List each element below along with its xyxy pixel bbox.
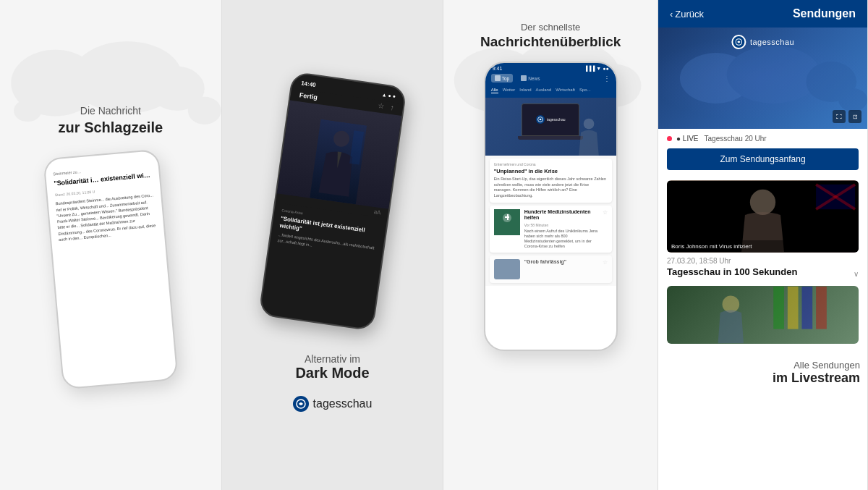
- news-card-1[interactable]: Unternehmen und Corona "Unplanned" in di…: [490, 159, 612, 203]
- panel4-bottom: Alle Sendungen im Livestream: [658, 352, 867, 389]
- bookmark-icon-3[interactable]: ☆: [603, 259, 608, 266]
- svg-rect-30: [788, 287, 799, 329]
- panel4-header: ‹ Zurück Sendungen: [658, 0, 867, 28]
- panel-news: Der schnellste Nachrichtenüberblick 9:41…: [443, 0, 658, 490]
- filter-wetter[interactable]: Wetter: [503, 88, 516, 93]
- thumb-controls: ⛶ ⊡: [833, 110, 861, 123]
- svg-rect-17: [507, 214, 509, 220]
- text-size-icon: aA: [373, 208, 381, 216]
- bookmark-icon: ☆: [378, 102, 385, 111]
- article-body: Bundespräsident Steinme... die Ausbreitu…: [55, 193, 157, 242]
- panel1-caption-main: zur Schlagzeile: [59, 119, 163, 136]
- video-thumb-reporter[interactable]: [667, 286, 859, 344]
- tab-top[interactable]: Top: [491, 74, 513, 83]
- phone3-status-icons: ▐▐▐ ▼ ●●: [584, 66, 609, 71]
- news2-excerpt: Nach einem Aufruf des Uniklinikums Jena …: [524, 229, 598, 250]
- news1-excerpt: Ein Reise-Start-Up, das eigentlich diese…: [494, 177, 608, 199]
- tagesschau-logo: tagesschau: [293, 396, 373, 412]
- back-label: Zurück: [675, 9, 704, 20]
- video2-date: 27.03.20, 18:58 Uhr: [667, 257, 859, 265]
- sendungen-title: Sendungen: [710, 7, 856, 20]
- tab-news-label: News: [528, 76, 540, 81]
- news2-time: Vor 58 Minuten: [524, 223, 598, 227]
- livestream-caption-top: Alle Sendungen: [665, 360, 860, 371]
- filter-ausland[interactable]: Ausland: [536, 88, 552, 93]
- news1-category: Unternehmen und Corona: [494, 162, 608, 166]
- fertig-button[interactable]: Fertig: [299, 91, 318, 101]
- svg-point-24: [750, 190, 775, 215]
- tab-news[interactable]: News: [517, 74, 543, 83]
- bookmark-icon-2[interactable]: ☆: [603, 209, 608, 216]
- tab-top-label: Top: [502, 76, 509, 81]
- phone-mockup-2: 14:40 ▲ ● ● Fertig ☆ ↑: [258, 72, 407, 331]
- news2-title: Hunderte Medizinstudenten helfen: [524, 209, 598, 221]
- filter-sport[interactable]: Spo...: [579, 88, 591, 93]
- svg-rect-31: [801, 287, 812, 329]
- panel2-caption-main: Dark Mode: [295, 365, 369, 381]
- panel3-caption-main: Nachrichtenüberblick: [480, 34, 621, 50]
- cast-icon[interactable]: ⊡: [848, 110, 861, 123]
- svg-point-19: [727, 46, 821, 104]
- live-info-bar: ● LIVE Tagesschau 20 Uhr: [658, 129, 867, 148]
- phone3-time: 9:41: [493, 66, 503, 71]
- live-info-text: Tagesschau 20 Uhr: [705, 135, 767, 143]
- news-card-3[interactable]: "Grob fahrlässig" ☆: [490, 255, 612, 283]
- svg-point-13: [583, 119, 594, 130]
- panel-livestream: ‹ Zurück Sendungen: [658, 0, 868, 490]
- phone-mockup-1: Steinmeier zu… "Solidarität i… existenzi…: [43, 149, 178, 390]
- panel-nachricht: Die Nachricht zur Schlagzeile Steinmeier…: [0, 0, 222, 490]
- panel3-caption-top: Der schnellste: [521, 22, 580, 33]
- news2-image: [494, 209, 520, 235]
- news-card-2[interactable]: Hunderte Medizinstudenten helfen Vor 58 …: [490, 206, 612, 253]
- featured-news-image: tagesschau: [485, 98, 616, 156]
- live-stream-thumbnail: tagesschau ⛶ ⊡: [658, 28, 867, 129]
- video-section-2: Boris Johnson mit Virus infiziert 27.03.…: [658, 176, 867, 286]
- chevron-left-icon: ‹: [670, 9, 673, 20]
- boris-overlay-text: Boris Johnson mit Virus infiziert: [671, 243, 854, 250]
- ts-name-thumb: tagesschau: [750, 38, 794, 46]
- status-icons: ▲ ● ●: [381, 92, 396, 99]
- filter-inland[interactable]: Inland: [519, 88, 531, 93]
- filter-wirtschaft[interactable]: Wirtschaft: [556, 88, 575, 93]
- news1-title: "Unplanned" in die Krise: [494, 168, 608, 174]
- news3-title: "Grob fahrlässig": [524, 259, 598, 264]
- back-button[interactable]: ‹ Zurück: [670, 9, 704, 20]
- live-indicator: [667, 136, 672, 141]
- sendungsanfang-button[interactable]: Zum Sendungsanfang: [667, 148, 859, 170]
- more-menu-icon[interactable]: ⋮: [603, 75, 610, 83]
- svg-rect-29: [773, 287, 784, 329]
- video-thumb-boris[interactable]: Boris Johnson mit Virus infiziert: [667, 180, 859, 253]
- filter-alle[interactable]: Alle: [491, 88, 498, 93]
- panel-dark-mode: 14:40 ▲ ● ● Fertig ☆ ↑: [222, 0, 444, 490]
- phone-time: 14:40: [300, 80, 316, 88]
- tagesschau-name: tagesschau: [313, 397, 373, 410]
- svg-point-21: [838, 88, 867, 111]
- panel1-caption-top: Die Nachricht: [80, 105, 141, 117]
- fullscreen-icon[interactable]: ⛶: [833, 110, 846, 123]
- share-icon: ↑: [390, 104, 394, 112]
- svg-rect-32: [816, 287, 827, 329]
- article-image: [276, 100, 401, 208]
- panel2-caption-top: Alternativ im: [305, 353, 360, 365]
- livestream-caption-main: im Livestream: [665, 371, 860, 386]
- video-section-3: [658, 286, 867, 352]
- chevron-down-icon[interactable]: ∨: [854, 270, 859, 278]
- video2-title: Tagesschau in 100 Sekunden: [667, 266, 797, 277]
- live-label: ● LIVE: [676, 135, 699, 143]
- video-overlay: Boris Johnson mit Virus infiziert: [667, 240, 859, 253]
- phone-mockup-3: 9:41 ▐▐▐ ▼ ●● Top News ⋮ Alle Wetter: [484, 62, 618, 351]
- svg-point-28: [723, 296, 740, 313]
- tagesschau-in-thumb: tagesschau: [731, 35, 794, 49]
